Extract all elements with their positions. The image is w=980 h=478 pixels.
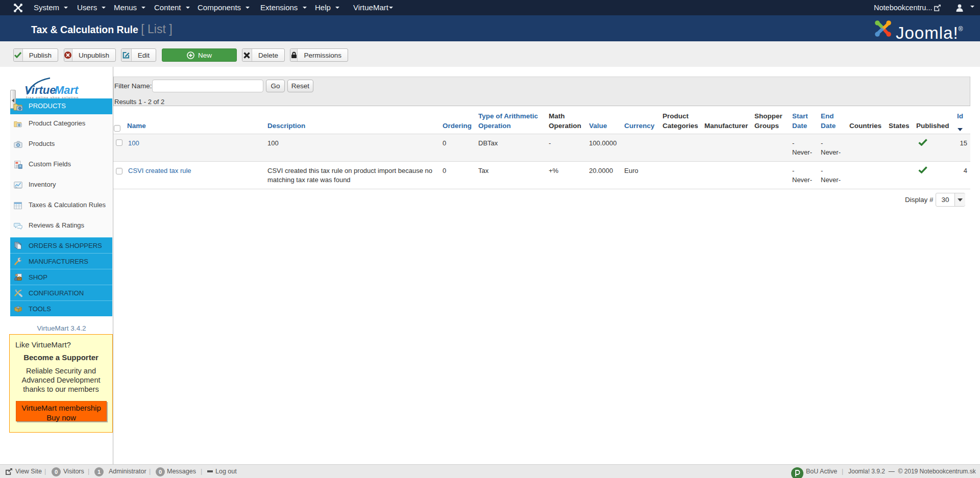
svg-text:Mart: Mart xyxy=(55,84,79,96)
svg-text:Virtue: Virtue xyxy=(24,84,56,96)
